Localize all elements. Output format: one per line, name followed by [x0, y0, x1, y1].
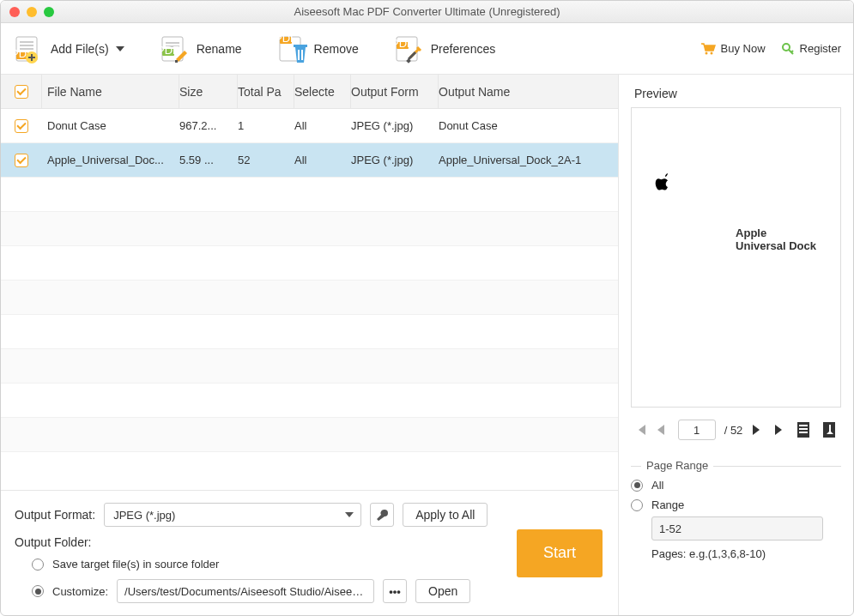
minimize-window-button[interactable] — [27, 7, 37, 17]
wrench-icon — [376, 509, 388, 521]
remove-button[interactable]: PDF Remove — [276, 33, 359, 64]
radio-icon — [32, 585, 44, 597]
apple-logo-icon — [652, 172, 671, 194]
register-link[interactable]: Register — [781, 42, 841, 56]
svg-text:PDF: PDF — [159, 44, 179, 57]
output-format-label: Output Format: — [15, 508, 95, 522]
close-window-button[interactable] — [9, 7, 20, 17]
preferences-label: Preferences — [431, 42, 495, 56]
first-page-button[interactable] — [633, 423, 647, 437]
snapshot-button[interactable] — [796, 420, 813, 439]
row-checkbox[interactable] — [15, 119, 28, 133]
svg-point-26 — [710, 51, 712, 54]
extract-page-button[interactable] — [821, 420, 839, 439]
apply-to-all-button[interactable]: Apply to All — [403, 503, 488, 527]
svg-rect-20 — [301, 50, 303, 60]
cell-output-name: Apple_Universal_Dock_2A-1 — [439, 154, 618, 166]
svg-rect-29 — [799, 425, 808, 426]
header-output-format[interactable]: Output Form — [351, 75, 439, 108]
svg-rect-8 — [28, 57, 35, 58]
table-header: File Name Size Total Pa Selecte Output F… — [1, 75, 618, 109]
cell-format: JPEG (*.jpg) — [351, 119, 439, 132]
output-format-value: JPEG (*.jpg) — [113, 509, 175, 522]
cell-size: 5.59 ... — [179, 154, 238, 166]
svg-rect-33 — [829, 425, 831, 432]
row-checkbox[interactable] — [15, 154, 28, 167]
page-number-input[interactable] — [678, 420, 716, 440]
header-selected[interactable]: Selecte — [294, 75, 351, 108]
customize-option[interactable]: Customize: /Users/test/Documents/Aiseeso… — [32, 579, 604, 603]
dropdown-caret-icon — [116, 46, 124, 51]
open-folder-button[interactable]: Open — [415, 579, 470, 603]
radio-icon — [32, 559, 44, 571]
page-range-range-label: Range — [651, 498, 684, 511]
header-filename[interactable]: File Name — [42, 75, 179, 108]
rename-label: Rename — [197, 42, 242, 56]
header-total-pages[interactable]: Total Pa — [238, 75, 294, 108]
header-output-name[interactable]: Output Name — [439, 75, 618, 108]
output-panel: Output Format: JPEG (*.jpg) Apply to All… — [1, 490, 618, 615]
add-files-button[interactable]: PDF Add File(s) — [13, 33, 124, 64]
preferences-icon: PDF — [393, 33, 424, 64]
preferences-button[interactable]: PDF Preferences — [393, 33, 495, 64]
cell-output-name: Donut Case — [439, 119, 618, 132]
main-toolbar: PDF Add File(s) PDF Rename PDF Remove PD… — [1, 23, 853, 75]
radio-icon — [631, 499, 643, 511]
zoom-window-button[interactable] — [44, 7, 54, 17]
customize-label: Customize: — [52, 585, 108, 598]
cell-selected: All — [294, 154, 351, 166]
cart-icon — [700, 42, 716, 56]
rename-icon: PDF — [159, 33, 190, 64]
register-label: Register — [800, 42, 841, 55]
page-range-hint: Pages: e.g.(1,3,6,8-10) — [651, 547, 841, 560]
table-row[interactable]: Donut Case 967.2... 1 All JPEG (*.jpg) D… — [1, 109, 618, 143]
output-folder-radiogroup: Save target file(s) in source folder Cus… — [15, 558, 604, 603]
page-range-placeholder: 1-52 — [659, 522, 681, 535]
customize-path-value: /Users/test/Documents/Aiseesoft Studio/A… — [124, 585, 366, 598]
preview-label: Preview — [634, 87, 841, 100]
cell-filename: Donut Case — [42, 119, 179, 132]
rename-button[interactable]: PDF Rename — [159, 33, 242, 64]
add-file-icon: PDF — [13, 33, 44, 64]
start-button[interactable]: Start — [517, 529, 603, 577]
file-table: File Name Size Total Pa Selecte Output F… — [1, 75, 618, 490]
add-files-label: Add File(s) — [51, 42, 109, 56]
svg-rect-2 — [20, 45, 33, 46]
svg-rect-1 — [20, 41, 33, 43]
svg-point-25 — [705, 51, 707, 54]
empty-row — [1, 281, 618, 315]
page-range-range-option[interactable]: Range — [631, 498, 841, 511]
empty-row — [1, 212, 618, 246]
titlebar: Aiseesoft Mac PDF Converter Ultimate (Un… — [1, 1, 853, 23]
buy-now-link[interactable]: Buy Now — [700, 42, 766, 56]
prev-page-button[interactable] — [656, 423, 669, 437]
last-page-button[interactable] — [773, 423, 787, 437]
page-range-all-label: All — [651, 479, 663, 492]
customize-path-field[interactable]: /Users/test/Documents/Aiseesoft Studio/A… — [117, 579, 374, 603]
page-range-input[interactable]: 1-52 — [651, 516, 823, 541]
svg-text:PDF: PDF — [393, 37, 414, 50]
cell-size: 967.2... — [179, 119, 238, 132]
format-settings-button[interactable] — [370, 503, 394, 527]
browse-button[interactable]: ••• — [383, 579, 407, 603]
preview-pager: / 52 — [631, 420, 841, 440]
app-window: Aiseesoft Mac PDF Converter Ultimate (Un… — [0, 0, 854, 616]
select-all-checkbox[interactable] — [15, 85, 28, 99]
table-row[interactable]: Apple_Universal_Doc... 5.59 ... 52 All J… — [1, 143, 618, 178]
cell-total: 52 — [238, 154, 294, 166]
buy-now-label: Buy Now — [721, 42, 766, 55]
empty-row — [1, 349, 618, 383]
next-page-button[interactable] — [751, 423, 765, 437]
cell-filename: Apple_Universal_Doc... — [42, 154, 179, 166]
empty-row — [1, 315, 618, 349]
empty-row — [1, 383, 618, 418]
preview-box: Apple Universal Dock — [631, 107, 841, 408]
cell-total: 1 — [238, 119, 294, 132]
total-pages-label: / 52 — [724, 424, 743, 437]
page-range-all-option[interactable]: All — [631, 479, 841, 492]
output-format-select[interactable]: JPEG (*.jpg) — [104, 503, 361, 527]
svg-point-27 — [783, 44, 790, 51]
empty-row — [1, 246, 618, 281]
svg-rect-30 — [799, 428, 808, 430]
header-size[interactable]: Size — [179, 75, 238, 108]
